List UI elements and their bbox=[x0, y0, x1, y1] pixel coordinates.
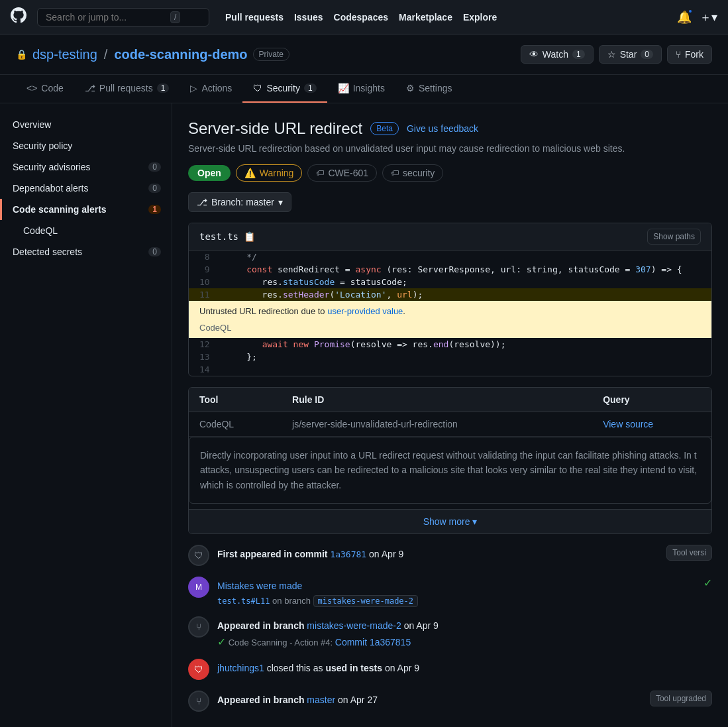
insights-icon: 📈 bbox=[338, 83, 349, 93]
star-icon: ☆ bbox=[607, 49, 616, 60]
sidebar-item-code-scanning[interactable]: Code scanning alerts 1 bbox=[0, 199, 172, 220]
action-text: Code Scanning - Action #4: bbox=[229, 638, 335, 647]
repo-name-link[interactable]: code-scanning-demo bbox=[114, 47, 247, 62]
sidebar-security-policy-label: Security policy bbox=[13, 140, 72, 151]
nav-issues[interactable]: Issues bbox=[294, 12, 323, 23]
star-count: 0 bbox=[641, 50, 653, 59]
fork-button[interactable]: ⑂ Fork bbox=[667, 45, 712, 64]
file-line-link[interactable]: test.ts#L11 bbox=[217, 596, 270, 606]
settings-icon: ⚙ bbox=[406, 83, 415, 93]
branch2-date: on Apr 27 bbox=[338, 695, 378, 705]
branch2-link[interactable]: master bbox=[307, 695, 335, 705]
warning-badge[interactable]: ⚠️ Warning bbox=[236, 164, 303, 182]
feedback-link[interactable]: Give us feedback bbox=[407, 123, 478, 134]
avatar-initial: M bbox=[195, 583, 202, 592]
security-tag[interactable]: 🏷 security bbox=[382, 164, 443, 182]
timeline-item-branch1: ⑂ Appeared in branch mistakes-were-made-… bbox=[188, 616, 712, 648]
check-icon: ✓ bbox=[703, 577, 712, 589]
tab-insights[interactable]: 📈 Insights bbox=[327, 75, 395, 103]
sidebar-overview-label: Overview bbox=[13, 119, 51, 130]
timeline-right-user: ✓ bbox=[703, 577, 712, 589]
github-logo[interactable] bbox=[11, 7, 26, 27]
top-nav: / Pull requests Issues Codespaces Market… bbox=[0, 0, 728, 34]
tab-security[interactable]: 🛡 Security 1 bbox=[242, 75, 327, 103]
repo-org-link[interactable]: dsp-testing bbox=[32, 47, 97, 62]
branch-row: ⎇ Branch: master ▾ bbox=[188, 192, 712, 212]
nav-links: Pull requests Issues Codespaces Marketpl… bbox=[225, 12, 497, 23]
tab-actions[interactable]: ▷ Actions bbox=[180, 75, 242, 103]
repo-actions: 👁 Watch 1 ☆ Star 0 ⑂ Fork bbox=[521, 45, 712, 64]
timeline-icon-shield: 🛡 bbox=[188, 545, 209, 566]
tag-icon: 🏷 bbox=[316, 168, 324, 178]
tab-actions-label: Actions bbox=[201, 83, 232, 93]
notifications-icon[interactable]: 🔔 bbox=[677, 10, 692, 25]
sidebar-item-detected-secrets[interactable]: Detected secrets 0 bbox=[0, 241, 172, 262]
show-paths-button[interactable]: Show paths bbox=[647, 229, 701, 245]
alert-value-link[interactable]: user-provided value bbox=[327, 306, 403, 316]
watch-button[interactable]: 👁 Watch 1 bbox=[521, 45, 594, 64]
timeline-main-branch2: Appeared in branch master on Apr 27 bbox=[217, 693, 642, 707]
query-header: Query bbox=[592, 388, 711, 412]
commit-hash-link[interactable]: 1a36781 bbox=[330, 549, 366, 559]
code-line-8: 8 */ bbox=[189, 251, 711, 263]
code-line-12: 12 await new Promise(resolve => res.end(… bbox=[189, 338, 711, 351]
branch-tag: mistakes-were-made-2 bbox=[313, 595, 419, 607]
branch1-link[interactable]: mistakes-were-made-2 bbox=[307, 620, 401, 631]
nav-explore[interactable]: Explore bbox=[463, 12, 497, 23]
sidebar-item-security-policy[interactable]: Security policy bbox=[0, 135, 172, 156]
repo-title: 🔒 dsp-testing / code-scanning-demo Priva… bbox=[16, 47, 289, 62]
lock-icon: 🔒 bbox=[16, 49, 27, 60]
first-appeared-text: First appeared in commit bbox=[217, 549, 327, 559]
timeline-main-closed: jhutchings1 closed this as used in tests… bbox=[217, 661, 712, 675]
cwe-tag[interactable]: 🏷 CWE-601 bbox=[307, 164, 377, 182]
show-more-button[interactable]: Show more ▾ bbox=[189, 509, 711, 533]
warning-label: Warning bbox=[260, 168, 294, 178]
sidebar-item-dependabot[interactable]: Dependabot alerts 0 bbox=[0, 178, 172, 199]
closed-user-link[interactable]: jhutchings1 bbox=[217, 663, 264, 673]
show-more-label: Show more bbox=[423, 516, 470, 527]
plus-menu[interactable]: ＋▾ bbox=[700, 9, 717, 25]
pr-count-badge: 1 bbox=[157, 84, 170, 93]
tab-pr-label: Pull requests bbox=[99, 83, 153, 93]
appeared-branch2-text: Appeared in branch bbox=[217, 695, 304, 705]
eye-icon: 👁 bbox=[529, 49, 539, 60]
search-bar[interactable]: / bbox=[37, 8, 209, 27]
status-open-badge: Open bbox=[188, 165, 231, 181]
security-tag-label: security bbox=[403, 168, 435, 178]
code-line-13: 13 }; bbox=[189, 351, 711, 363]
code-table: 8 */ 9 const sendRedirect = async (res: … bbox=[189, 251, 711, 376]
search-input[interactable] bbox=[46, 12, 165, 23]
nav-pull-requests[interactable]: Pull requests bbox=[225, 12, 284, 23]
tab-pull-requests[interactable]: ⎇ Pull requests 1 bbox=[74, 75, 180, 103]
tab-code[interactable]: <> Code bbox=[16, 75, 74, 103]
commit-action-link[interactable]: Commit 1a367815 bbox=[335, 637, 411, 647]
main-layout: Overview Security policy Security adviso… bbox=[0, 103, 728, 727]
sidebar-item-codeql[interactable]: CodeQL bbox=[0, 220, 172, 241]
query-view-source[interactable]: View source bbox=[603, 419, 653, 429]
nav-marketplace[interactable]: Marketplace bbox=[399, 12, 452, 23]
sidebar-item-overview[interactable]: Overview bbox=[0, 114, 172, 135]
timeline-main-user: Mistakes were made bbox=[217, 579, 696, 593]
secrets-badge: 0 bbox=[148, 247, 161, 256]
timeline-sub-user: test.ts#L11 on branch mistakes-were-made… bbox=[217, 596, 696, 606]
timeline-icon-branch1: ⑂ bbox=[188, 616, 209, 638]
tag2-icon: 🏷 bbox=[391, 168, 399, 178]
watch-count: 1 bbox=[572, 50, 585, 59]
timeline-item-closed: 🛡 jhutchings1 closed this as used in tes… bbox=[188, 659, 712, 680]
star-label: Star bbox=[620, 49, 637, 60]
alert-title-row: Server-side URL redirect Beta Give us fe… bbox=[188, 119, 712, 138]
tab-settings-label: Settings bbox=[419, 83, 452, 93]
code-line-14: 14 bbox=[189, 363, 711, 376]
code-container: test.ts 📋 Show paths 8 */ 9 const sendRe… bbox=[188, 223, 712, 376]
alert-title: Server-side URL redirect bbox=[188, 119, 362, 138]
branch-selector[interactable]: ⎇ Branch: master ▾ bbox=[188, 192, 291, 212]
sidebar-item-security-advisories[interactable]: Security advisories 0 bbox=[0, 156, 172, 178]
tab-settings[interactable]: ⚙ Settings bbox=[395, 75, 463, 103]
user-commit-link[interactable]: Mistakes were made bbox=[217, 581, 302, 591]
copy-icon[interactable]: 📋 bbox=[244, 231, 255, 242]
main-content: Server-side URL redirect Beta Give us fe… bbox=[172, 103, 728, 727]
rule-id-value: js/server-side-unvalidated-url-redirecti… bbox=[282, 412, 592, 437]
nav-codespaces[interactable]: Codespaces bbox=[334, 12, 388, 23]
star-button[interactable]: ☆ Star 0 bbox=[599, 45, 662, 64]
tool-version-badge: Tool versi bbox=[666, 545, 712, 561]
